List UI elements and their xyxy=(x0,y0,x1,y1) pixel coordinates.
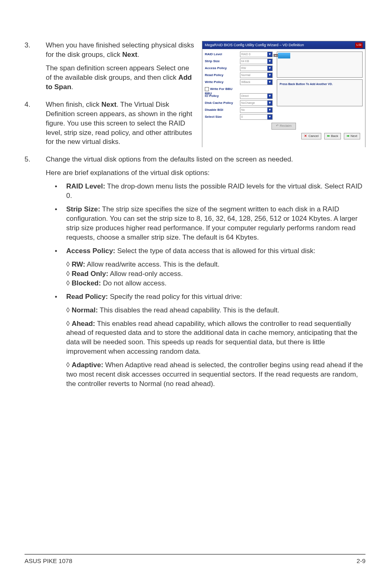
dropdown-access-policy: RW▼ xyxy=(240,65,273,71)
screenshot-titlebar: MegaRAID BIOS Config Utility Config Wiza… xyxy=(202,41,365,49)
dropdown-read-policy: Normal▼ xyxy=(240,72,273,78)
dropdown-disk-cache: NoChange▼ xyxy=(240,100,273,106)
chevron-down-icon: ▼ xyxy=(267,108,272,112)
chevron-down-icon: ▼ xyxy=(267,94,272,99)
progress-bar xyxy=(278,53,290,58)
dropdown-write-policy: WBack▼ xyxy=(240,79,273,85)
step-3-p2: The span definition screen appears Selec… xyxy=(46,64,196,92)
label-disable-bgi: Disable BGI xyxy=(205,107,240,114)
chevron-down-icon: ▼ xyxy=(267,114,272,119)
label-io-policy: IO Policy xyxy=(205,93,240,100)
cancel-button: ✕Cancel xyxy=(301,133,321,140)
dropdown-disable-bgi: No▼ xyxy=(240,107,273,113)
x-icon: ✕ xyxy=(304,134,307,138)
lsi-logo: LSI xyxy=(355,43,363,48)
dropdown-strip-size: 64 KB▼ xyxy=(240,58,273,64)
step-number: 5. xyxy=(25,155,46,397)
back-button: ⬅Back xyxy=(324,133,341,140)
bullet-access-policy: • Access Policy: Select the type of data… xyxy=(46,247,365,288)
bullet-dot: • xyxy=(55,182,66,201)
sub-blocked: ◊ Blocked: Do not allow access. xyxy=(66,279,365,288)
step-3-p1: When you have finished selecting physica… xyxy=(46,41,196,60)
bullet-dot: • xyxy=(55,205,66,242)
label-select-size: Select Size xyxy=(205,114,240,121)
step-number: 3. xyxy=(25,41,46,96)
drive-icon: 📼 xyxy=(273,53,278,58)
chevron-down-icon: ▼ xyxy=(267,80,272,85)
bullet-read-policy: • Read Policy: Specify the read policy f… xyxy=(46,292,365,393)
sub-ahead: ◊ Ahead: This enables read ahead capabil… xyxy=(66,319,365,357)
step-5-p1: Change the virtual disk options from the… xyxy=(46,155,365,164)
input-select-size: 0▼ xyxy=(240,114,273,120)
label-access-policy: Access Policy xyxy=(205,65,240,72)
page-footer: ASUS PIKE 1078 2-9 xyxy=(25,554,365,565)
field-values-column: RAID 0▼ 64 KB▼ RW▼ Normal▼ WBack▼ Direct… xyxy=(240,52,273,121)
screenshot-title: MegaRAID BIOS Config Utility Config Wiza… xyxy=(205,43,304,47)
reclaim-button: ↶ Reclaim xyxy=(271,123,296,130)
footer-right: 2-9 xyxy=(356,557,365,565)
step-number: 4. xyxy=(25,100,46,151)
dropdown-raid-level: RAID 0▼ xyxy=(240,52,273,57)
next-button: ➡Next xyxy=(344,133,360,140)
sub-adaptive: ◊ Adaptive: When Adaptive read ahead is … xyxy=(66,361,365,389)
field-labels-column: RAID Level Strip Size Access Policy Read… xyxy=(205,52,240,121)
arrow-left-icon: ⬅ xyxy=(327,134,330,138)
chevron-down-icon: ▼ xyxy=(267,59,272,64)
dropdown-io-policy: Direct▼ xyxy=(240,93,273,99)
step-5-p2: Here are brief explanations of the virtu… xyxy=(46,168,365,178)
label-disk-cache: Disk Cache Policy xyxy=(205,100,240,107)
arrow-right-icon: ➡ xyxy=(347,134,350,138)
bullet-raid-level: • RAID Level: The drop-down menu lists t… xyxy=(46,182,365,201)
label-raid-level: RAID Level xyxy=(205,52,240,58)
vd-definition-screenshot: MegaRAID BIOS Config Utility Config Wiza… xyxy=(202,41,365,147)
label-write-bbu: Write For BBU BBU xyxy=(205,86,240,93)
vd-list-box: 📼 xyxy=(277,52,363,78)
label-read-policy: Read Policy xyxy=(205,72,240,79)
hint-box: Press Back Button To Add Another VD. xyxy=(277,79,363,106)
label-write-policy: Write Policy xyxy=(205,79,240,86)
chevron-down-icon: ▼ xyxy=(267,52,272,57)
bullet-dot: • xyxy=(55,247,66,288)
step-5: 5. Change the virtual disk options from … xyxy=(25,155,365,397)
bullet-strip-size: • Strip Size: The strip size specifies t… xyxy=(46,205,365,242)
chevron-down-icon: ▼ xyxy=(267,66,272,71)
label-strip-size: Strip Size xyxy=(205,58,240,65)
chevron-down-icon: ▼ xyxy=(267,101,272,105)
sub-rw: ◊ RW: Allow read/write access. This is t… xyxy=(66,260,365,269)
step-3: 3. When you have finished selecting phys… xyxy=(25,41,196,96)
bbu-checkbox xyxy=(205,87,209,91)
step-4: 4. When finish, click Next. The Virtual … xyxy=(25,100,196,151)
step-4-p1: When finish, click Next. The Virtual Dis… xyxy=(46,100,196,147)
chevron-down-icon: ▼ xyxy=(267,73,272,78)
footer-left: ASUS PIKE 1078 xyxy=(25,557,72,565)
bullet-dot: • xyxy=(55,292,66,393)
sub-readonly: ◊ Read Only: Allow read-only access. xyxy=(66,269,365,279)
sub-normal: ◊ Normal: This disables the read ahead c… xyxy=(66,306,365,315)
hint-text: Press Back Button To Add Another VD. xyxy=(280,83,333,85)
